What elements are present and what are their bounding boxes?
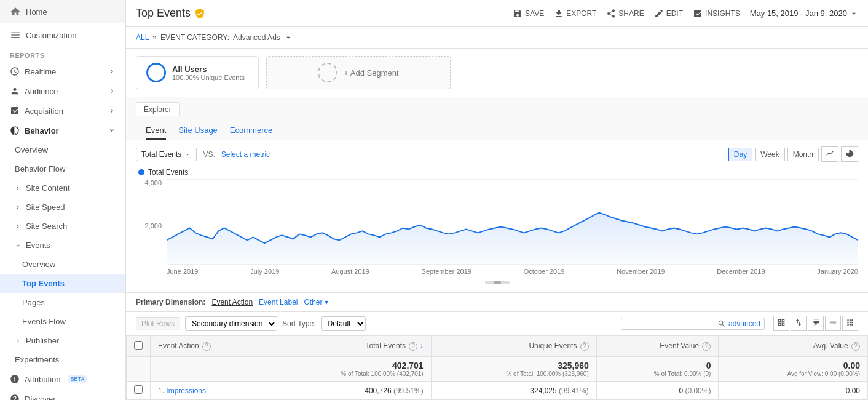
sidebar-item-events[interactable]: Events — [0, 236, 125, 255]
breadcrumb-all[interactable]: ALL — [136, 33, 149, 42]
sidebar-item-publisher[interactable]: Publisher — [0, 331, 125, 350]
select-all-checkbox[interactable] — [134, 341, 143, 350]
row1-checkbox[interactable] — [134, 385, 143, 394]
add-segment-card[interactable]: + Add Segment — [266, 56, 451, 89]
sidebar-publisher-label: Publisher — [26, 336, 59, 345]
sidebar-item-home[interactable]: Home — [0, 0, 125, 23]
sidebar-item-site-search[interactable]: Site Search — [0, 217, 125, 236]
sidebar-item-site-content[interactable]: Site Content — [0, 178, 125, 198]
total-avg-sub: Avg for View: 0.00 (0.00%) — [726, 370, 860, 377]
table-row: 1. Impressions 400,726 (99.51%) 324,025 … — [127, 382, 868, 400]
table-view-list[interactable] — [825, 316, 841, 331]
verified-icon — [194, 8, 205, 19]
dim-event-action[interactable]: Event Action — [211, 298, 253, 306]
chart-legend-label: Total Events — [148, 168, 188, 177]
table-view-pivot[interactable] — [808, 316, 824, 331]
secondary-dimension-select[interactable]: Secondary dimension — [185, 316, 277, 331]
line-chart-button[interactable] — [821, 146, 838, 162]
sidebar-item-acquisition[interactable]: Acquisition — [0, 101, 125, 121]
th-total-events-help[interactable]: ? — [409, 342, 417, 351]
table-view-comparison[interactable] — [791, 316, 807, 331]
add-segment-circle — [318, 63, 337, 82]
th-event-value-help[interactable]: ? — [702, 342, 711, 351]
collapse-icon2 — [15, 242, 21, 249]
pie-chart-icon — [845, 149, 854, 158]
dim-event-label[interactable]: Event Label — [259, 298, 298, 306]
insights-button[interactable]: INSIGHTS — [693, 9, 740, 18]
expand-right-icon — [15, 185, 21, 191]
sidebar-item-pages[interactable]: Pages — [0, 293, 125, 312]
sidebar-site-content-label: Site Content — [26, 183, 70, 193]
topbar: Top Events SAVE EXPORT SHARE EDIT I — [126, 0, 868, 27]
sidebar-item-experiments[interactable]: Experiments — [0, 350, 125, 369]
tab-ecommerce[interactable]: Ecommerce — [230, 126, 272, 140]
th-avg-value-help[interactable]: ? — [851, 342, 860, 351]
sidebar-item-attribution[interactable]: Attribution BETA — [0, 369, 125, 389]
td-row1-unique: 324,025 (99.41%) — [431, 382, 596, 400]
sidebar-item-behavior-flow[interactable]: Behavior Flow — [0, 159, 125, 178]
breadcrumb-category-label: EVENT CATEGORY: — [160, 33, 229, 42]
search-icon — [717, 319, 726, 328]
metric-selector[interactable]: Total Events — [136, 148, 197, 161]
sidebar-item-realtime[interactable]: Realtime — [0, 62, 125, 81]
sidebar-item-events-flow[interactable]: Events Flow — [0, 312, 125, 331]
table-view-icons — [773, 316, 858, 331]
sort-arrow: ↓ — [420, 342, 424, 350]
sidebar-item-discover[interactable]: Discover — [0, 389, 125, 400]
sidebar-item-customization[interactable]: Customization — [0, 23, 125, 47]
td-row1-avg: 0.00 — [719, 382, 868, 400]
sidebar-item-audience[interactable]: Audience — [0, 81, 125, 101]
td-total-label — [151, 357, 266, 382]
th-unique-events-help[interactable]: ? — [580, 342, 589, 351]
tab-site-usage[interactable]: Site Usage — [178, 126, 218, 140]
share-button[interactable]: SHARE — [606, 9, 644, 18]
sidebar-item-overview[interactable]: Overview — [0, 140, 125, 159]
select-metric-link[interactable]: Select a metric — [221, 150, 270, 159]
total-unique-value: 325,960 — [439, 361, 589, 370]
tab-event[interactable]: Event — [146, 126, 166, 140]
row1-ev: 0 — [679, 386, 683, 395]
chart-legend: Total Events — [136, 168, 858, 177]
date-range-picker[interactable]: May 15, 2019 - Jan 9, 2020 — [750, 9, 858, 18]
export-button[interactable]: EXPORT — [554, 9, 596, 18]
breadcrumb-dropdown-icon[interactable] — [284, 33, 293, 42]
sidebar-experiments-label: Experiments — [15, 355, 59, 364]
advanced-link[interactable]: advanced — [728, 319, 760, 328]
row1-name-link[interactable]: Impressions — [166, 386, 206, 395]
beta-badge: BETA — [68, 375, 87, 383]
date-range-label: May 15, 2019 - Jan 9, 2020 — [750, 9, 847, 18]
sub-tabs: Event Site Usage Ecommerce — [136, 121, 858, 140]
explorer-tab-wrapper: Explorer — [136, 102, 858, 116]
table-view-grid[interactable] — [773, 316, 789, 331]
x-label-december: December 2019 — [717, 268, 765, 275]
th-avg-value-label: Avg. Value — [813, 342, 848, 350]
sidebar-item-events-overview[interactable]: Overview — [0, 255, 125, 274]
search-input[interactable] — [625, 319, 717, 328]
day-button[interactable]: Day — [728, 148, 752, 161]
pie-chart-button[interactable] — [841, 146, 858, 162]
share-icon — [606, 9, 616, 18]
expand-icon — [108, 107, 116, 114]
th-event-action-help[interactable]: ? — [202, 342, 211, 351]
sort-default-select[interactable]: Default — [321, 316, 366, 331]
sort-type-label: Sort Type: — [282, 319, 315, 328]
sidebar-item-site-speed[interactable]: Site Speed — [0, 198, 125, 217]
explorer-tab[interactable]: Explorer — [136, 102, 180, 116]
table-view-more[interactable] — [842, 316, 858, 331]
sidebar-reports-section: REPORTS — [0, 47, 125, 62]
export-label: EXPORT — [566, 9, 596, 18]
plot-rows-button[interactable]: Plot Rows — [136, 317, 180, 330]
acquisition-icon — [10, 106, 20, 116]
month-button[interactable]: Month — [787, 148, 819, 161]
save-button[interactable]: SAVE — [513, 9, 544, 18]
expand-right-icon3 — [15, 223, 21, 230]
comparison-icon — [794, 318, 803, 327]
week-button[interactable]: Week — [755, 148, 784, 161]
th-checkbox — [127, 336, 151, 357]
content-area: ALL » EVENT CATEGORY: Advanced Ads All U… — [126, 27, 868, 400]
sidebar-overview-label: Overview — [15, 145, 48, 154]
sidebar-item-behavior[interactable]: Behavior — [0, 121, 125, 140]
dim-other[interactable]: Other ▾ — [304, 298, 328, 306]
sidebar-item-top-events[interactable]: Top Events — [0, 274, 125, 293]
edit-button[interactable]: EDIT — [654, 9, 683, 18]
